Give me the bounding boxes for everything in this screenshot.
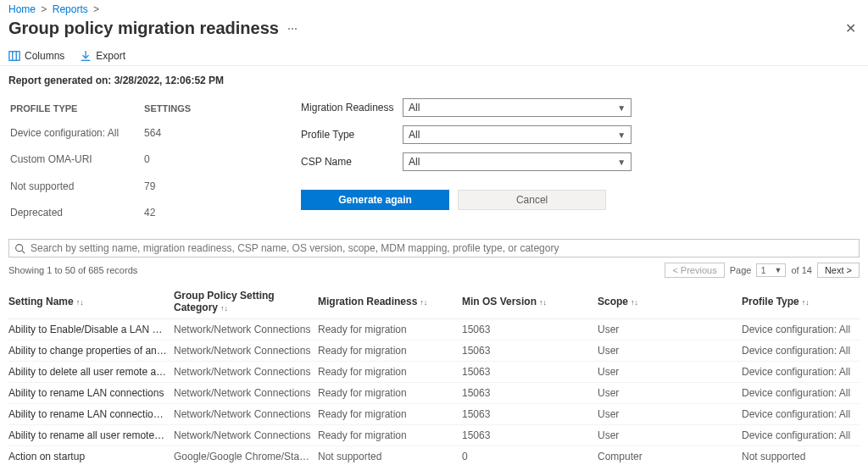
cell-scope: User xyxy=(598,362,742,383)
cell-profile-type: Device configuration: All xyxy=(742,425,860,446)
generate-again-button[interactable]: Generate again xyxy=(301,190,449,210)
cell-min-os: 15063 xyxy=(462,319,598,340)
breadcrumb-reports[interactable]: Reports xyxy=(53,3,88,15)
col-category[interactable]: Group Policy Setting Category↑↓ xyxy=(174,285,318,319)
cell-scope: User xyxy=(598,319,742,340)
search-box[interactable] xyxy=(8,239,860,257)
page-label: Page xyxy=(730,265,752,275)
summary-value: 42 xyxy=(144,201,214,226)
toolbar: Columns Export xyxy=(0,47,868,66)
cell-setting-name: Ability to rename LAN connections xyxy=(8,383,174,404)
search-input[interactable] xyxy=(31,242,854,254)
summary-label: Device configuration: All xyxy=(10,120,142,146)
summary-value: 0 xyxy=(144,147,214,173)
table-row[interactable]: Ability to rename LAN connections or rem… xyxy=(8,404,860,425)
cell-migration: Ready for migration xyxy=(318,425,462,446)
cell-setting-name: Ability to change properties of an all u… xyxy=(8,340,174,362)
filter-migration-select[interactable]: All ▼ xyxy=(403,98,632,117)
cell-min-os: 15063 xyxy=(462,404,598,425)
cell-migration: Ready for migration xyxy=(318,362,462,383)
filter-migration-value: All xyxy=(409,102,420,113)
filter-profile-type-select[interactable]: All ▼ xyxy=(403,125,632,144)
columns-label: Columns xyxy=(25,50,64,62)
columns-icon xyxy=(8,50,20,62)
cell-scope: User xyxy=(598,425,742,446)
generated-value: 3/28/2022, 12:06:52 PM xyxy=(114,75,224,86)
summary-row: Not supported79 xyxy=(10,174,214,199)
export-button[interactable]: Export xyxy=(80,50,125,62)
summary-value: 564 xyxy=(144,120,214,146)
cell-setting-name: Ability to Enable/Disable a LAN connecti… xyxy=(8,319,174,340)
pager: < Previous Page 1 ▼ of 14 Next > xyxy=(665,263,860,278)
next-button[interactable]: Next > xyxy=(817,263,860,278)
summary-row: Deprecated42 xyxy=(10,201,214,226)
cell-setting-name: Ability to rename all user remote access… xyxy=(8,425,174,446)
summary-label: Deprecated xyxy=(10,201,142,226)
page-select[interactable]: 1 ▼ xyxy=(756,263,786,277)
cell-setting-name: Ability to rename LAN connections or rem… xyxy=(8,404,174,425)
cell-migration: Ready for migration xyxy=(318,404,462,425)
generated-label: Report generated on: xyxy=(8,75,111,86)
records-showing: Showing 1 to 50 of 685 records xyxy=(8,265,137,275)
filter-csp-name-value: All xyxy=(409,156,420,168)
sort-icon: ↑↓ xyxy=(76,298,84,307)
table-row[interactable]: Action on startupGoogle/Google Chrome/St… xyxy=(8,446,860,466)
chevron-right-icon: > xyxy=(93,3,99,15)
cell-setting-name: Action on startup xyxy=(8,446,174,466)
table-row[interactable]: Ability to change properties of an all u… xyxy=(8,340,860,362)
columns-button[interactable]: Columns xyxy=(8,50,64,62)
col-min-os[interactable]: Min OS Version↑↓ xyxy=(462,285,598,319)
cell-category: Network/Network Connections xyxy=(174,340,318,362)
svg-line-6 xyxy=(22,250,25,252)
cell-min-os: 15063 xyxy=(462,362,598,383)
summary-row: Custom OMA-URI0 xyxy=(10,147,214,173)
summary-header-profile-type: PROFILE TYPE xyxy=(10,100,142,119)
cell-migration: Ready for migration xyxy=(318,340,462,362)
summary-label: Custom OMA-URI xyxy=(10,147,142,173)
more-options-button[interactable]: ⋯ xyxy=(287,23,298,35)
filter-profile-type-value: All xyxy=(409,129,420,141)
cell-category: Network/Network Connections xyxy=(174,319,318,340)
summary-row: Device configuration: All564 xyxy=(10,120,214,146)
summary-header-settings: SETTINGS xyxy=(144,100,214,119)
cancel-button[interactable]: Cancel xyxy=(458,190,606,210)
breadcrumb-home[interactable]: Home xyxy=(8,3,36,15)
table-row[interactable]: Ability to rename all user remote access… xyxy=(8,425,860,446)
page-value: 1 xyxy=(760,265,765,275)
cell-profile-type: Device configuration: All xyxy=(742,319,860,340)
cell-min-os: 15063 xyxy=(462,340,598,362)
export-label: Export xyxy=(96,50,125,62)
cell-profile-type: Device configuration: All xyxy=(742,383,860,404)
svg-rect-0 xyxy=(9,52,19,61)
cell-setting-name: Ability to delete all user remote access… xyxy=(8,362,174,383)
chevron-down-icon: ▼ xyxy=(617,103,626,113)
cell-category: Network/Network Connections xyxy=(174,362,318,383)
table-row[interactable]: Ability to delete all user remote access… xyxy=(8,362,860,383)
cell-profile-type: Device configuration: All xyxy=(742,340,860,362)
col-profile-type[interactable]: Profile Type↑↓ xyxy=(742,285,860,319)
filter-csp-name-select[interactable]: All ▼ xyxy=(403,152,632,171)
col-setting-name[interactable]: Setting Name↑↓ xyxy=(8,285,174,319)
close-button[interactable]: ✕ xyxy=(842,17,860,40)
search-icon xyxy=(14,243,25,254)
previous-button[interactable]: < Previous xyxy=(665,263,724,278)
chevron-right-icon: > xyxy=(41,3,47,15)
chevron-down-icon: ▼ xyxy=(617,130,626,140)
summary-label: Not supported xyxy=(10,174,142,199)
sort-icon: ↑↓ xyxy=(631,298,638,307)
sort-icon: ↑↓ xyxy=(420,298,427,307)
col-migration[interactable]: Migration Readiness↑↓ xyxy=(318,285,462,319)
col-scope[interactable]: Scope↑↓ xyxy=(598,285,742,319)
page-title: Group policy migration readiness xyxy=(8,19,279,38)
cell-category: Google/Google Chrome/Startup pages xyxy=(174,446,318,466)
cell-scope: Computer xyxy=(598,446,742,466)
cell-min-os: 15063 xyxy=(462,425,598,446)
summary-value: 79 xyxy=(144,174,214,199)
filter-profile-type-label: Profile Type xyxy=(301,129,403,141)
table-row[interactable]: Ability to Enable/Disable a LAN connecti… xyxy=(8,319,860,340)
sort-icon: ↑↓ xyxy=(539,298,547,307)
cell-scope: User xyxy=(598,383,742,404)
cell-category: Network/Network Connections xyxy=(174,404,318,425)
cell-min-os: 15063 xyxy=(462,383,598,404)
table-row[interactable]: Ability to rename LAN connectionsNetwork… xyxy=(8,383,860,404)
